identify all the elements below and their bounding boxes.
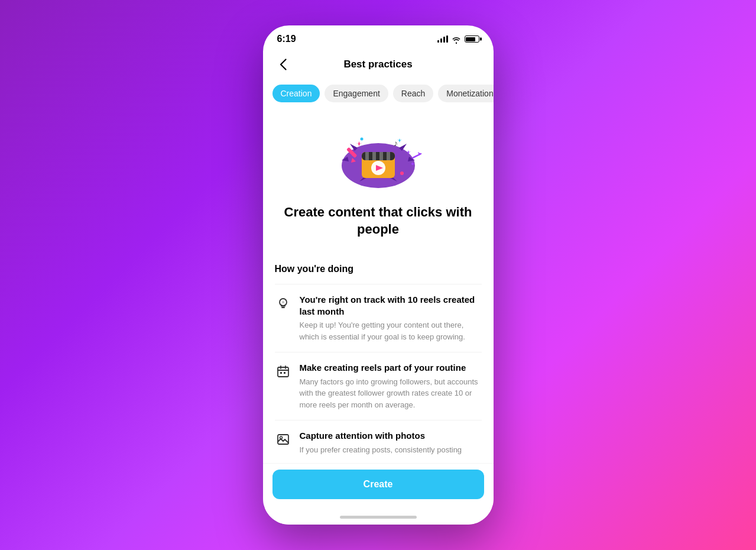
tabs-bar: Creation Engagement Reach Monetization [263,82,494,109]
svg-rect-5 [379,152,383,160]
tip-item-2: Make creating reels part of your routine… [275,352,482,420]
tab-monetization[interactable]: Monetization [438,85,493,102]
hero-illustration: ♪ [325,121,431,192]
hero-section: ♪ Create content that clicks with people [263,109,494,252]
svg-rect-20 [278,367,288,377]
tip-desc-1: Keep it up! You're getting your content … [300,319,482,342]
tip-desc-2: Many factors go into growing followers, … [300,376,482,411]
calendar-icon [275,363,291,380]
image-icon [275,431,291,448]
svg-rect-6 [387,152,390,160]
status-time: 6:19 [277,34,296,44]
svg-point-12 [411,163,414,165]
svg-rect-23 [278,435,288,444]
header-title: Best practices [343,59,412,70]
svg-rect-22 [284,372,285,374]
tip-item-3: Capture attention with photos If you pre… [275,420,482,463]
header: Best practices [263,49,494,82]
tip-title-1: You're right on track with 10 reels crea… [300,294,482,317]
tab-creation[interactable]: Creation [272,85,320,102]
lightbulb-icon [275,295,291,312]
status-icons [437,35,479,43]
hero-title: Create content that clicks with people [277,204,479,238]
section-title: How you're doing [275,264,482,274]
phone-frame: 6:19 [263,25,494,525]
tip-title-2: Make creating reels part of your routine [300,362,482,374]
svg-rect-21 [280,372,282,374]
status-bar: 6:19 [263,25,494,49]
svg-rect-4 [372,152,376,160]
tip-title-3: Capture attention with photos [300,430,482,442]
tip-content-3: Capture attention with photos If you pre… [300,430,482,455]
bottom-bar: Create [263,463,494,511]
home-indicator [263,511,494,525]
tip-desc-3: If you prefer creating posts, consistent… [300,444,482,456]
how-section: How you're doing You're right on track w… [263,252,494,463]
tip-content-2: Make creating reels part of your routine… [300,362,482,410]
tab-engagement[interactable]: Engagement [325,85,388,102]
wifi-icon [452,35,461,43]
tip-item-1: You're right on track with 10 reels crea… [275,284,482,352]
svg-rect-3 [365,152,369,160]
svg-point-11 [400,172,404,175]
create-button[interactable]: Create [272,470,484,499]
tip-content-1: You're right on track with 10 reels crea… [300,294,482,342]
signal-icon [437,35,448,43]
svg-text:♪: ♪ [394,138,398,148]
main-content: ♪ Create content that clicks with people… [263,109,494,463]
svg-point-19 [282,301,284,303]
battery-icon [465,35,479,43]
tab-reach[interactable]: Reach [393,85,433,102]
svg-point-10 [360,138,363,141]
back-button[interactable] [272,54,294,75]
